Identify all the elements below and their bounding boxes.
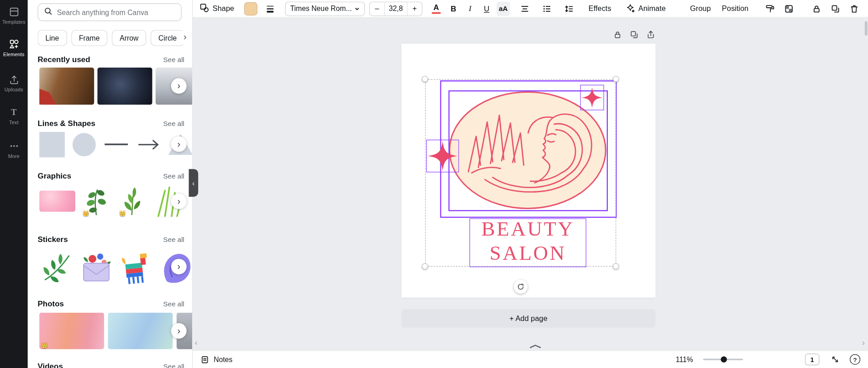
search-input[interactable] [57,8,176,16]
font-size-increase-button[interactable]: + [408,2,422,15]
carousel-next-button[interactable]: › [171,137,187,152]
rail-item-elements[interactable]: Elements [0,32,28,63]
graphic-plant-2[interactable]: 👑 [117,185,148,217]
carousel-next-button[interactable]: › [171,194,187,209]
font-size-decrease-button[interactable]: – [370,2,384,15]
duplicate-page-button[interactable] [629,30,639,40]
zoom-slider-thumb[interactable] [721,357,727,363]
rail-item-label: Text [9,120,19,125]
selection-handle-ne[interactable] [613,76,619,82]
fullscreen-button[interactable] [831,355,840,364]
rail-item-templates[interactable]: Templates [0,0,28,31]
underline-button[interactable]: U [480,1,493,16]
selection-handle-se[interactable] [613,263,619,269]
chip-line[interactable]: Line [37,30,67,46]
zoom-level: 111% [676,355,693,363]
transparency-button[interactable] [782,1,796,16]
shapes-row [39,131,193,158]
chip-frame[interactable]: Frame [71,30,108,46]
sticker-art [39,248,75,285]
design-page[interactable]: BEAUTY SALON [401,44,655,298]
sticker-pinata[interactable] [119,248,155,285]
text-color-letter: A [434,3,439,11]
paint-roller-icon [765,4,775,14]
effects-button[interactable]: Effects [589,5,612,13]
rail-item-text[interactable]: T Text [0,101,28,132]
see-all-link[interactable]: See all [163,363,184,368]
see-all-link[interactable]: See all [163,173,184,180]
bold-button[interactable]: B [447,1,460,16]
spacing-button[interactable] [562,1,576,16]
effects-label: Effects [589,5,612,13]
shape-arrow[interactable] [136,131,161,158]
see-all-link[interactable]: See all [163,56,184,64]
photo-thumb-2[interactable] [108,313,173,349]
sticker-art [119,248,155,285]
rotate-handle[interactable] [514,280,528,294]
sparkle-star-small[interactable] [580,85,604,110]
fill-color-swatch[interactable] [244,2,257,15]
font-family-select[interactable]: Times Neue Rom... [285,1,365,16]
design-canvas[interactable]: BEAUTY SALON + Add page ‹ › [193,18,868,350]
rail-item-more[interactable]: More [0,134,28,165]
line-shape [105,144,128,145]
shape-line[interactable] [104,131,129,158]
hscroll-right-icon[interactable]: › [863,339,865,347]
selection-handle-sw[interactable] [422,263,428,269]
notes-button[interactable]: Notes [200,355,232,364]
position-button[interactable]: Position [722,5,748,13]
hscroll-left-icon[interactable]: ‹ [195,339,197,347]
copy-style-button[interactable] [763,1,778,16]
rail-item-uploads[interactable]: Uploads [0,68,28,99]
see-all-link[interactable]: See all [163,120,184,127]
design-headline[interactable]: BEAUTY SALON [470,217,586,266]
shape-menu-button[interactable]: Shape [199,3,234,14]
graphic-plant-1[interactable]: 👑 [81,185,112,217]
carousel-next-button[interactable]: › [171,78,187,94]
shape-circle[interactable] [71,131,97,158]
share-page-button[interactable] [646,30,656,40]
shape-square[interactable] [39,131,65,158]
text-color-button[interactable]: A [429,1,444,16]
carousel-next-button[interactable]: › [171,259,187,274]
chips-next-icon[interactable]: › [178,31,189,44]
help-button[interactable]: ? [850,354,860,365]
notes-label: Notes [214,355,232,363]
search-icon [44,7,52,18]
font-size-value[interactable]: 32,8 [384,2,408,15]
sparkle-star-large[interactable] [426,140,459,173]
italic-button[interactable]: I [463,1,476,16]
recent-thumb-1[interactable] [39,68,94,105]
animate-button[interactable]: Animate [626,3,666,14]
see-all-link[interactable]: See all [163,300,184,308]
lock-button[interactable] [810,1,824,16]
chip-arrow[interactable]: Arrow [112,30,146,46]
delete-button[interactable] [847,1,862,16]
group-button[interactable]: Group [690,5,711,13]
lock-page-button[interactable] [613,30,622,40]
see-all-link[interactable]: See all [163,236,184,244]
recent-thumb-2[interactable] [98,68,152,105]
side-rail: Templates Elements Uploads T T [0,0,28,368]
alignment-button[interactable] [518,1,532,16]
add-page-button[interactable]: + Add page [401,309,655,327]
vertical-scrollbar-thumb[interactable] [865,21,868,36]
border-style-button[interactable] [263,1,277,16]
list-button[interactable] [540,1,554,16]
text-case-button[interactable]: aA [497,1,510,16]
collapse-bottom-bar-button[interactable] [527,343,544,350]
graphic-pink-gradient[interactable] [39,191,75,212]
selection-handle-nw[interactable] [422,76,428,82]
carousel-next-button[interactable]: › [171,323,187,339]
notes-icon [200,355,209,364]
sticker-leaves[interactable] [39,248,75,285]
zoom-slider[interactable] [703,358,743,360]
photo-thumb-1[interactable]: 👑 [39,313,104,349]
chevron-up-icon [529,344,542,349]
animate-sparkle-icon [626,3,635,14]
uploads-icon [9,74,19,84]
panel-collapse-tab[interactable]: ‹ [189,169,199,197]
sticker-envelope-flowers[interactable] [79,248,115,285]
page-indicator[interactable]: 1 [805,353,820,365]
duplicate-button[interactable] [828,1,843,16]
